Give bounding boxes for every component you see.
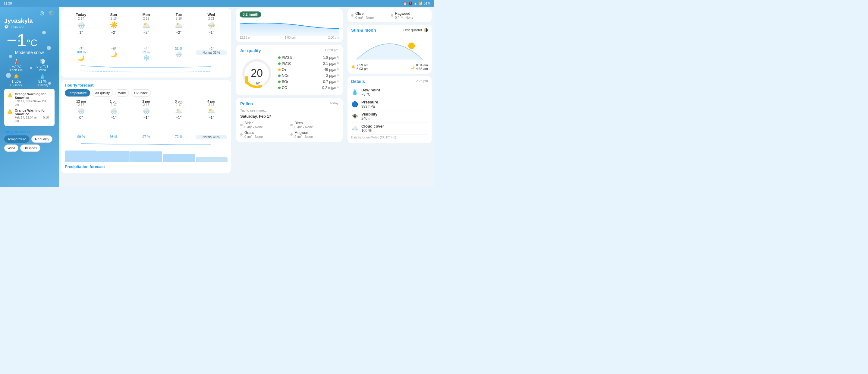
precip-forecast-label: Precipitation forecast: [65, 163, 227, 170]
sunrise-time: ☀️ 7:59 am 5:03 pm: [351, 63, 369, 70]
hourly-forecast-card: Hourly forecast Temperature Air quality …: [61, 80, 231, 173]
city-name: Jyväskylä: [4, 18, 55, 24]
sun-times: ☀️ 7:59 am 5:03 pm 🌙 8:34 am 4:35 am: [351, 63, 428, 70]
temp-high-today: 1°: [65, 30, 97, 35]
aq-time: 12:28 pm: [324, 48, 338, 52]
sun-arc: [351, 35, 428, 62]
sun-icon: ☀️: [351, 65, 355, 69]
details-title: Details: [351, 79, 365, 84]
aq-co: CO 0.2 mg/m³: [278, 86, 338, 90]
tab-air-quality[interactable]: Air quality: [31, 136, 53, 143]
temp-graph: [65, 64, 227, 73]
sun-moon-title: Sun & moon: [351, 28, 376, 33]
daily-forecast-label: Daily forecast: [4, 128, 55, 136]
precip-today: 100 %: [65, 50, 97, 54]
location-icon[interactable]: ◎: [39, 10, 44, 16]
aq-value: 20: [251, 67, 263, 80]
tab-uv[interactable]: UV index: [20, 144, 40, 152]
day-tue: Tue 2-20 🌥️ −2° 31 % 🌨️: [162, 11, 195, 63]
moon-icon: 🌗: [424, 28, 428, 32]
grass-dot: [240, 133, 243, 136]
hour-2pm: 2 pm 2-17 🌨️ −1° 97 %: [130, 99, 162, 140]
aq-title: Air quality: [240, 48, 261, 53]
normal-badge: Normal 32 %: [195, 50, 227, 55]
updated-time: 🕐 0 min ago: [4, 25, 55, 29]
moon-time-icon: 🌙: [410, 65, 415, 69]
wifi-icon: ▲: [414, 1, 417, 5]
status-bar: 11:28 ⏰ 🔕 ▲ 📶 51%: [0, 0, 434, 7]
aq-pm25: PM2.5 1.8 μg/m³: [278, 56, 338, 60]
hourly-temp-graph: [65, 141, 227, 149]
right-panel: Olive 0 /m³ - None Ragweed 0 /m³ - None …: [345, 7, 434, 187]
no2-dot: [278, 75, 281, 77]
data-credit: Data by Open-Meteo (CC BY 4.0): [351, 135, 428, 140]
day-sun: Sun 2-18 ☀️ −2° −6° 🌙: [97, 11, 130, 63]
pollen-date: Saturday, Feb 17: [240, 114, 338, 118]
hourly-tab-uv[interactable]: UV index: [131, 89, 151, 96]
pollen-grid: Alder 0 /m³ - None Birch 0 /m³ - None Gr…: [240, 121, 338, 139]
o3-dot: [278, 68, 281, 71]
alert-item-1[interactable]: ⚠️ Orange Warning for Snow/Ice Feb 17, 8…: [7, 91, 52, 107]
humidity-stat: 💧 81 % Humidity: [30, 74, 55, 87]
dew-point-icon: 💧: [351, 89, 358, 96]
moonrise-time: 🌙 8:34 am 4:35 am: [410, 63, 428, 70]
alert-icon-2: ⚠️: [7, 109, 12, 114]
snowflake-deco: [48, 82, 51, 85]
air-quality-card: Air quality 12:28 pm 20 Fair: [236, 45, 343, 95]
pollen-time-label: Today: [330, 102, 338, 105]
snowflake-deco: [9, 55, 12, 58]
tab-temperature[interactable]: Temperature: [4, 136, 30, 143]
signal-icon: 📶: [418, 1, 423, 5]
left-panel: ◎ ⚙️ Jyväskylä 🕐 0 min ago −1°C Moderate…: [0, 7, 59, 187]
pollen-card: Pollen Today Tap to see more... Saturday…: [236, 98, 343, 142]
hour-1pm: 1 pm 2-17 🌨️ −1° 98 %: [97, 99, 130, 140]
aq-header: Air quality 12:28 pm: [240, 48, 338, 53]
aq-content: 20 Fair PM2.5 1.8 μg/m³: [240, 56, 338, 92]
detail-pressure: 🔵 Pressure 999 hPa: [351, 98, 428, 110]
pollen-types-card: Olive 0 /m³ - None Ragweed 0 /m³ - None: [347, 8, 432, 22]
ragweed-dot: [391, 14, 393, 17]
precip-chart-card: 0.2 mm/h 12:15 pm 1:00 pm 2:00: [236, 8, 343, 42]
alder-dot: [240, 124, 243, 126]
details-time: 12:28 pm: [414, 79, 428, 84]
status-time: 11:28: [4, 1, 12, 5]
tab-wind[interactable]: Wind: [4, 144, 19, 152]
moon-phase: First quarter 🌗: [403, 28, 428, 32]
hourly-tab-aq[interactable]: Air quality: [92, 89, 113, 96]
pollen-ragweed: Ragweed 0 /m³ - None: [391, 11, 428, 19]
alert-title-1: Orange Warning for Snow/Ice: [15, 92, 52, 99]
aq-pm10: PM10 2.1 μg/m³: [278, 61, 338, 66]
right-middle-panel: 0.2 mm/h 12:15 pm 1:00 pm 2:00: [234, 7, 345, 187]
aq-o3: O₃ 49 μg/m³: [278, 67, 338, 72]
detail-dew-point: 💧 Dew point −3 °C: [351, 86, 428, 98]
hour-4pm: 4 pm 2-17 🌥️ −1° Normal 48 %: [195, 99, 227, 140]
olive-dot: [351, 14, 353, 17]
so2-dot: [278, 81, 281, 83]
aq-indicator: [245, 76, 248, 84]
pm25-dot: [278, 56, 281, 59]
alert-icon-1: ⚠️: [7, 93, 12, 97]
precip-time-labels: 12:15 pm 1:00 pm 2:00 pm: [240, 36, 339, 39]
hour-3pm: 3 pm 2-17 🌥️ −1° 72 %: [162, 99, 195, 140]
alert-item-2[interactable]: ⚠️ Orange Warning for Snow/Ice Feb 17, 1…: [7, 107, 52, 124]
hourly-tab-temp[interactable]: Temperature: [65, 89, 90, 96]
pollen-tap-more[interactable]: Tap to see more...: [240, 109, 338, 112]
visibility-icon: 👁️: [351, 113, 358, 120]
settings-icon[interactable]: ⚙️: [48, 10, 55, 16]
pm10-dot: [278, 62, 281, 65]
daily-tabs: Temperature Air quality Wind UV index: [4, 136, 55, 152]
battery-text: 51%: [424, 1, 430, 5]
hourly-label: Hourly forecast: [65, 83, 227, 87]
pollen-grass: Grass 0 /m³ - None: [240, 131, 288, 139]
pollen-title: Pollen: [240, 102, 253, 106]
day-icon-today: 🌧️: [65, 21, 97, 29]
detail-cloud-cover: ☁️ Cloud cover 100 %: [351, 122, 428, 135]
precip-line-chart: [240, 19, 339, 36]
aq-gauge: 20 Fair: [240, 57, 273, 90]
daily-forecast-card: Today 2-17 🌧️ 1° −7° 100 % 🌙 Sun 2-18 ☀️…: [61, 8, 231, 78]
alert-title-2: Orange Warning for Snow/Ice: [15, 109, 52, 116]
aq-metrics: PM2.5 1.8 μg/m³ PM10 2.1 μg/m³: [278, 56, 338, 92]
hourly-tab-wind[interactable]: Wind: [115, 89, 129, 96]
snowflake-deco: [6, 73, 11, 78]
daily-forecast-grid: Today 2-17 🌧️ 1° −7° 100 % 🌙 Sun 2-18 ☀️…: [65, 11, 227, 63]
